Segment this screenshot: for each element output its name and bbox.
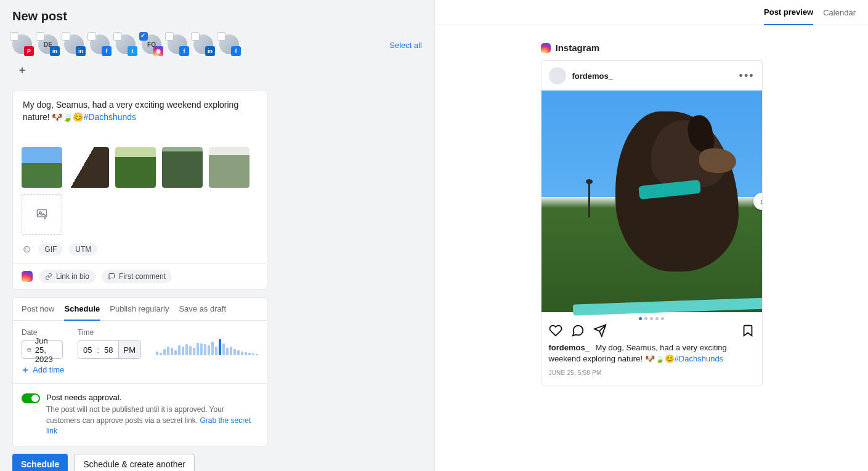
gif-chip[interactable]: GIF <box>38 243 63 256</box>
preview-caption: fordemos_ My dog, Seamus, had a very exc… <box>541 340 762 367</box>
time-hours[interactable]: 05 <box>78 345 97 355</box>
preview-date: JUNE 25, 5:58 PM <box>541 367 762 385</box>
account-checkbox[interactable] <box>62 32 70 41</box>
media-thumb-2[interactable] <box>68 147 109 188</box>
post-hashtag[interactable]: #Dachshunds <box>83 112 136 122</box>
link-in-bio-button[interactable]: Link in bio <box>39 270 95 283</box>
next-slide-button[interactable]: › <box>753 193 763 210</box>
add-media-button[interactable] <box>22 194 62 235</box>
preview-image: › <box>541 91 762 312</box>
tab-post-preview[interactable]: Post preview <box>764 0 813 25</box>
media-thumb-5[interactable] <box>209 147 249 188</box>
more-icon[interactable]: ••• <box>739 70 755 83</box>
account-avatar-0[interactable]: P <box>12 34 32 54</box>
fb-network-icon: f <box>231 46 241 56</box>
emoji-picker-button[interactable]: ☺ <box>22 243 32 256</box>
account-avatar-3[interactable]: f <box>90 34 110 54</box>
media-thumb-3[interactable] <box>115 147 156 188</box>
add-account-button[interactable]: + <box>12 60 32 80</box>
approval-section: Post needs approval. The post will not b… <box>13 383 267 446</box>
tw-network-icon: t <box>128 46 137 56</box>
schedule-button[interactable]: Schedule <box>12 454 68 471</box>
time-label: Time <box>78 328 141 337</box>
traffic-bar <box>156 352 158 355</box>
traffic-bar <box>211 342 214 355</box>
media-thumb-1[interactable] <box>22 147 62 188</box>
time-minutes[interactable]: 58 <box>99 345 118 355</box>
caption-username: fordemos_ <box>549 343 590 352</box>
carousel-dot[interactable] <box>639 317 642 320</box>
tab-publish-regularly[interactable]: Publish regularly <box>110 298 169 320</box>
schedule-another-button[interactable]: Schedule & create another <box>74 454 195 471</box>
traffic-bar <box>174 350 177 355</box>
like-icon[interactable] <box>549 324 562 337</box>
account-avatar-2[interactable]: in <box>64 34 84 54</box>
composer-card: My dog, Seamus, had a very exciting week… <box>12 90 267 290</box>
first-comment-button[interactable]: First comment <box>102 270 172 283</box>
account-avatar-1[interactable]: DEin <box>38 34 58 54</box>
traffic-bar <box>167 347 169 355</box>
carousel-dot[interactable] <box>644 317 647 320</box>
account-checkbox[interactable] <box>217 32 225 41</box>
add-time-button[interactable]: Add time <box>22 365 64 374</box>
account-picker: PDEininftFO◉finf+ <box>12 34 259 80</box>
date-value: Jun 25, 2023 <box>35 336 57 364</box>
traffic-bar <box>189 346 192 355</box>
account-checkbox[interactable] <box>139 32 148 41</box>
traffic-bar <box>252 353 254 355</box>
traffic-bar <box>208 345 210 355</box>
traffic-bar <box>178 345 180 355</box>
select-all-link[interactable]: Select all <box>389 34 422 50</box>
page-title: New post <box>12 9 422 23</box>
schedule-card: Post now Schedule Publish regularly Save… <box>12 297 267 446</box>
instagram-icon <box>22 271 33 282</box>
traffic-bar <box>182 347 184 355</box>
tab-post-now[interactable]: Post now <box>22 298 54 320</box>
date-input[interactable]: Jun 25, 2023 <box>22 340 63 359</box>
traffic-bar <box>226 348 229 355</box>
li-network-icon: in <box>205 46 215 56</box>
traffic-bar <box>219 339 221 355</box>
best-time-chart <box>156 338 258 355</box>
carousel-dot[interactable] <box>650 317 653 320</box>
bookmark-icon[interactable] <box>741 324 755 337</box>
traffic-bar <box>193 348 195 355</box>
traffic-bar <box>204 344 206 355</box>
media-thumb-4[interactable] <box>162 147 203 188</box>
tab-calendar[interactable]: Calendar <box>823 1 856 25</box>
account-avatar-5[interactable]: FO◉ <box>142 34 161 54</box>
carousel-dot[interactable] <box>655 317 659 320</box>
account-avatar-6[interactable]: f <box>168 34 187 54</box>
tab-schedule[interactable]: Schedule <box>64 298 100 321</box>
account-checkbox[interactable] <box>87 32 96 41</box>
account-checkbox[interactable] <box>36 32 44 41</box>
account-avatar-7[interactable]: in <box>193 34 213 54</box>
account-checkbox[interactable] <box>165 32 174 41</box>
comment-icon[interactable] <box>571 324 585 337</box>
li-network-icon: in <box>50 46 60 56</box>
utm-chip[interactable]: UTM <box>69 243 97 256</box>
fb-network-icon: f <box>179 46 189 56</box>
post-text-area[interactable]: My dog, Seamus, had a very exciting week… <box>13 91 267 142</box>
link-icon <box>45 273 52 280</box>
instagram-icon <box>541 43 551 53</box>
caption-hashtag[interactable]: #Dachshunds <box>675 354 724 363</box>
approval-body: The post will not be published until it … <box>46 405 224 424</box>
traffic-bar <box>163 349 166 355</box>
carousel-dot[interactable] <box>661 317 664 320</box>
account-avatar-4[interactable]: t <box>116 34 136 54</box>
account-checkbox[interactable] <box>10 32 18 41</box>
calendar-icon <box>27 345 31 354</box>
account-avatar-8[interactable]: f <box>219 34 239 54</box>
preview-network-label: Instagram <box>541 42 763 53</box>
traffic-bar <box>230 347 232 355</box>
preview-network-name: Instagram <box>556 42 600 53</box>
time-input[interactable]: 05 : 58 PM <box>78 340 141 359</box>
account-checkbox[interactable] <box>191 32 200 41</box>
tab-save-draft[interactable]: Save as draft <box>179 298 226 320</box>
account-checkbox[interactable] <box>113 32 122 41</box>
traffic-bar <box>237 350 240 355</box>
time-ampm[interactable]: PM <box>118 341 141 358</box>
share-icon[interactable] <box>593 324 607 337</box>
approval-toggle[interactable] <box>22 393 40 403</box>
